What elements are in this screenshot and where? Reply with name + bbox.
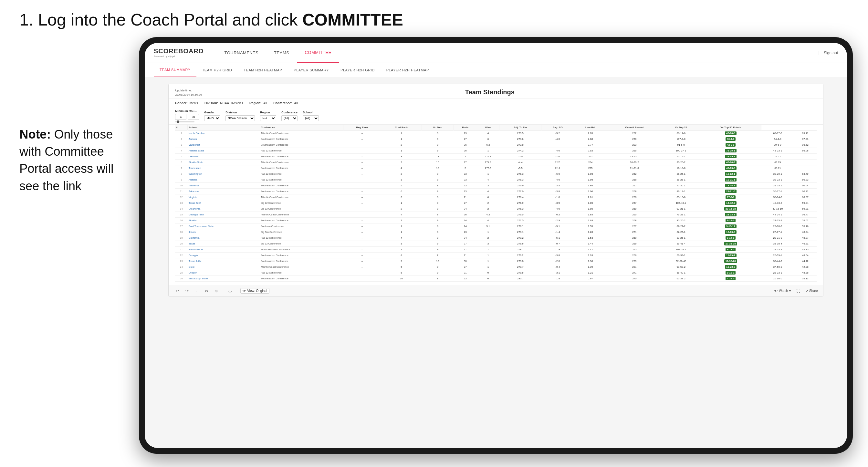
- table-cell: 278.2: [499, 235, 541, 241]
- table-cell: 1: [381, 130, 422, 136]
- table-cell: 86.08: [794, 148, 817, 154]
- table-cell: 11-29-1: [700, 253, 761, 258]
- table-cell: 25: [175, 270, 187, 276]
- table-cell: Atlantic Coast Conference: [260, 160, 343, 165]
- table-cell: Southeastern Conference: [260, 189, 343, 194]
- table-cell: 36-17-1: [761, 189, 794, 194]
- table-cell: –: [343, 136, 381, 142]
- control-school-select[interactable]: (All): [303, 115, 319, 121]
- control-region-select[interactable]: N/A: [260, 115, 276, 121]
- table-cell: 1.53: [574, 235, 607, 241]
- toolbar-clock[interactable]: ◌: [226, 287, 234, 294]
- toolbar-view-button[interactable]: 👁 View: Original: [240, 288, 270, 293]
- nav-committee[interactable]: COMMITTEE: [297, 43, 339, 63]
- table-cell: Atlantic Coast Conference: [260, 130, 343, 136]
- filter-gender-label: Gender:: [175, 101, 187, 105]
- toolbar-share[interactable]: ↗ Share: [806, 289, 817, 292]
- watch-label[interactable]: Watch: [779, 289, 788, 292]
- nav-sign-out[interactable]: | Sign out: [818, 51, 838, 55]
- table-cell: -5.1: [541, 235, 574, 241]
- table-cell: 11: [175, 189, 187, 194]
- table-cell: New Mexico: [188, 247, 260, 253]
- table-cell: Texas: [188, 241, 260, 247]
- table-cell: -4.0: [541, 206, 574, 212]
- table-cell: 89.11: [794, 130, 817, 136]
- table-cell: 43-23-1: [761, 148, 794, 154]
- toolbar-redo[interactable]: ↷: [184, 287, 191, 294]
- table-cell: -0.7: [541, 241, 574, 247]
- table-cell: 8: [422, 229, 454, 235]
- min-rounds-input1[interactable]: [175, 114, 186, 120]
- table-cell: 97-21-1: [662, 206, 700, 212]
- table-cell: 0: [477, 270, 499, 276]
- table-cell: Big 12 Conference: [260, 200, 343, 206]
- share-label[interactable]: Share: [809, 289, 818, 292]
- control-gender-select[interactable]: Men's: [204, 115, 220, 121]
- control-division-select[interactable]: NCAA Division I: [225, 115, 255, 121]
- sub-nav-player-h2h-heatmap[interactable]: PLAYER H2H HEATMAP: [380, 63, 435, 77]
- table-cell: 7: [422, 253, 454, 258]
- filter-gender: Gender: Men's: [175, 101, 198, 105]
- table-cell: 15: [175, 212, 187, 218]
- min-rounds-input2[interactable]: [188, 114, 199, 120]
- table-cell: 276.9: [499, 183, 541, 189]
- sub-nav-player-summary[interactable]: PLAYER SUMMARY: [288, 63, 335, 77]
- control-conference-select[interactable]: (All): [281, 115, 298, 121]
- table-cell: 14: [175, 206, 187, 212]
- table-cell: 1.63: [574, 218, 607, 223]
- sign-out-label[interactable]: Sign out: [824, 51, 838, 55]
- toolbar-clip[interactable]: ✉: [203, 287, 210, 294]
- th-conf-rank: Conf Rank: [381, 125, 422, 130]
- table-cell: 22: [175, 253, 187, 258]
- update-time-area: Update time: 27/03/2024 16:56:26: [175, 89, 202, 97]
- table-cell: 1: [381, 223, 422, 229]
- sub-nav-team-summary[interactable]: TEAM SUMMARY: [154, 63, 196, 77]
- table-cell: 2: [381, 171, 422, 177]
- table-cell: 276.4: [499, 194, 541, 200]
- table-cell: 39-23-1: [761, 177, 794, 183]
- table-cell: Big Ten Conference: [260, 229, 343, 235]
- nav-teams[interactable]: TEAMS: [266, 43, 297, 63]
- table-cell: 1: [381, 148, 422, 154]
- sub-nav-team-h2h-heatmap[interactable]: TEAM H2H HEATMAP: [238, 63, 288, 77]
- table-cell: 2: [477, 200, 499, 206]
- table-cell: 13-24-1: [700, 183, 761, 189]
- table-cell: 26: [175, 276, 187, 282]
- table-cell: -1.0: [541, 194, 574, 200]
- table-cell: 24: [454, 235, 477, 241]
- table-cell: 262: [574, 154, 607, 160]
- table-cell: 104-43-2: [662, 200, 700, 206]
- table-cell: 1.85: [574, 200, 607, 206]
- table-cell: 21: [175, 247, 187, 253]
- control-min-rounds-input: [175, 114, 199, 120]
- table-cell: 30: [454, 258, 477, 264]
- table-cell: 4: [381, 235, 422, 241]
- control-min-rounds: Minimum Rou...: [175, 110, 199, 122]
- table-cell: 59.34: [794, 200, 817, 206]
- view-label[interactable]: View: Original: [247, 289, 267, 292]
- table-cell: 268: [607, 177, 662, 183]
- table-cell: 90-53-2: [662, 264, 700, 270]
- toolbar-expand[interactable]: ⛶: [795, 287, 802, 294]
- table-cell: 35-14-0: [761, 194, 794, 200]
- table-cell: 10: [175, 183, 187, 189]
- control-division: Division NCAA Division I: [225, 111, 255, 121]
- table-cell: 23-23-1: [700, 212, 761, 218]
- sub-nav-team-h2h-grid[interactable]: TEAM H2H GRID: [196, 63, 238, 77]
- filter-region: Region: All: [249, 101, 267, 105]
- table-cell: 31-25-1: [761, 183, 794, 189]
- table-cell: –: [343, 270, 381, 276]
- nav-tournaments[interactable]: TOURNAMENTS: [216, 43, 266, 63]
- toolbar-arrow[interactable]: ←: [193, 287, 200, 294]
- table-cell: 27: [454, 247, 477, 253]
- toolbar-undo[interactable]: ↶: [174, 287, 181, 294]
- sub-nav-player-h2h-grid[interactable]: PLAYER H2H GRID: [335, 63, 380, 77]
- table-cell: 33-44-3: [761, 258, 794, 264]
- toolbar-plus[interactable]: ⊕: [213, 287, 220, 294]
- table-row: 24DukeAtlantic Coast Conference–59271278…: [175, 264, 816, 270]
- table-cell: 16: [175, 218, 187, 223]
- table-cell: 2: [477, 235, 499, 241]
- table-cell: –: [343, 276, 381, 282]
- table-cell: 2: [477, 206, 499, 212]
- toolbar-watch[interactable]: 👁 Watch ▾: [774, 289, 791, 292]
